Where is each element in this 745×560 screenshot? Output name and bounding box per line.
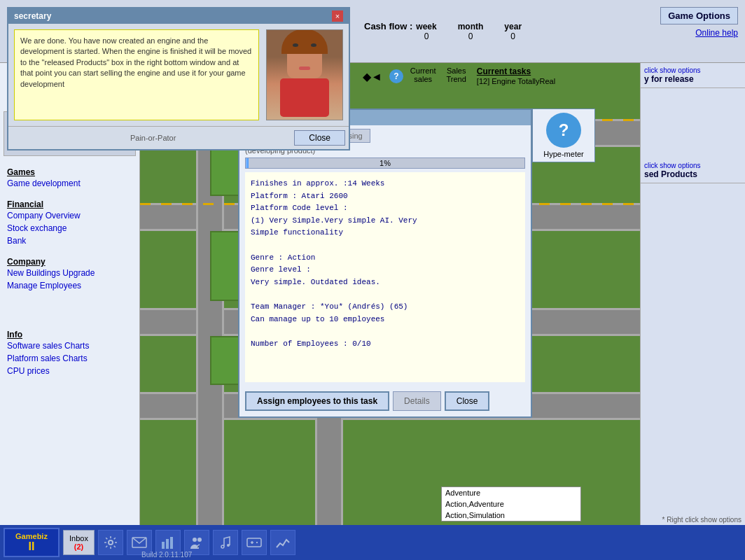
svg-point-7 <box>227 544 230 547</box>
secretary-title: secretary <box>14 11 51 21</box>
right-show-options-2[interactable]: click show options <box>644 162 741 169</box>
week-value: 0 <box>424 31 429 41</box>
speech-bubble: We are done. You have now created an eng… <box>14 29 259 120</box>
assign-employees-button[interactable]: Assign employees to this task <box>245 391 389 411</box>
product-close-button[interactable]: Close <box>445 391 490 411</box>
sales-section: Currentsales SalesTrend Current tasks [1… <box>410 66 555 86</box>
detail-can-manage: Can manage up to 10 employees <box>251 314 520 326</box>
secretary-message: We are done. You have now created an eng… <box>20 36 251 88</box>
financial-header: Financial <box>7 200 132 209</box>
cashflow-values: week 0 month 0 year 0 <box>416 22 522 41</box>
svg-rect-8 <box>247 538 261 547</box>
progress-text: 1% <box>246 158 524 168</box>
sidebar-game-dev[interactable]: Game development <box>7 177 132 190</box>
avatar-mouth <box>299 66 310 70</box>
progress-bar: 1% <box>245 158 525 169</box>
game-icon[interactable] <box>242 530 267 555</box>
inbox-button[interactable]: Inbox (2) <box>63 530 95 555</box>
secretary-close-x-button[interactable]: × <box>332 10 343 22</box>
genre-item-action-simulation[interactable]: Action,Simulation <box>442 510 580 521</box>
avatar-eye-right <box>311 43 316 47</box>
secretary-close-button[interactable]: Close <box>294 130 345 146</box>
avatar-eye-left <box>293 43 298 47</box>
sidebar-cpu-prices[interactable]: CPU prices <box>7 365 132 377</box>
hype-icon: ? <box>546 113 581 148</box>
help-icon[interactable]: ? <box>389 69 403 83</box>
cashflow-label: Cash flow : <box>364 21 412 31</box>
secretary-avatar <box>266 29 343 120</box>
gamebiz-version: II <box>29 540 35 553</box>
right-click-hint: * Right click show options <box>662 516 741 524</box>
detail-genre: Genre : Action <box>251 252 520 265</box>
detail-employees: Number of Employees : 0/10 <box>251 338 520 351</box>
genre-item-adventure[interactable]: Adventure <box>442 487 580 498</box>
right-section-title-1: y for release <box>644 74 741 84</box>
month-value: 0 <box>468 31 473 41</box>
sales-trend-label: SalesTrend <box>447 66 466 86</box>
stats-icon[interactable] <box>270 530 295 555</box>
music-icon[interactable] <box>213 530 238 555</box>
nav-arrows[interactable]: ◆◄ <box>363 70 382 83</box>
hype-icon-symbol: ? <box>559 120 569 140</box>
sidebar-bank[interactable]: Bank <box>7 234 132 247</box>
sidebar-manage-employees[interactable]: Manage Employees <box>7 279 132 292</box>
month-label: month <box>458 22 484 31</box>
secretary-title-bar: secretary × <box>8 8 349 24</box>
detail-platform: Platform : Atari 2600 <box>251 190 520 203</box>
sidebar-stock-exchange[interactable]: Stock exchange <box>7 222 132 234</box>
svg-point-6 <box>197 538 202 542</box>
sidebar-company-overview[interactable]: Company Overview <box>7 209 132 222</box>
info-header: Info <box>7 330 132 340</box>
right-panel: click show options y for release click s… <box>640 63 745 525</box>
detail-genre-level-desc: Very simple. Outdated ideas. <box>251 276 520 289</box>
online-help-link[interactable]: Online help <box>695 28 738 38</box>
current-sales-label: Currentsales <box>410 66 436 86</box>
detail-platform-code-desc: (1) Very Simple.Very simple AI. Very <box>251 215 520 227</box>
pain-text: Pain-or-Pator <box>130 134 176 142</box>
detail-genre-level: Genre level : <box>251 264 520 276</box>
cashflow-section: Cash flow : week 0 month 0 year 0 <box>364 21 522 41</box>
avatar-clothes <box>280 78 329 117</box>
sidebar-software-sales[interactable]: Software sales Charts <box>7 340 132 352</box>
taskbar: Gamebiz II Inbox (2) <box>0 525 745 560</box>
gamebiz-logo: Gamebiz II <box>4 528 60 557</box>
avatar-section <box>266 29 343 120</box>
avatar-face-shape <box>287 36 322 78</box>
year-col: year 0 <box>504 22 522 41</box>
week-label: week <box>416 22 436 31</box>
sidebar-platform-sales[interactable]: Platform sales Charts <box>7 352 132 365</box>
detail-platform-code: Platform Code level : <box>251 202 520 215</box>
info-section: Info Software sales Charts Platform sale… <box>0 322 139 379</box>
right-section-1: click show options y for release <box>641 63 745 88</box>
financial-section: Financial Company Overview Stock exchang… <box>0 192 139 249</box>
detail-team-manager: Team Manager : *You* (Andrés) (65) <box>251 301 520 314</box>
right-section-title-2: sed Products <box>644 169 741 179</box>
games-header: Games <box>7 167 132 177</box>
current-tasks-section: Current tasks [12] Engine TotallyReal <box>477 66 555 86</box>
secretary-close-row: Pain-or-Pator Close <box>8 126 349 149</box>
year-label: year <box>504 22 522 31</box>
product-bottom-btns: Assign employees to this task Details Cl… <box>239 386 531 416</box>
svg-rect-4 <box>170 537 173 549</box>
details-button[interactable]: Details <box>393 391 441 411</box>
month-col: month 0 <box>458 22 484 41</box>
game-options-button[interactable]: Game Options <box>660 7 738 24</box>
detail-finishes: Finishes in approx. :14 Weeks <box>251 178 520 190</box>
pain-label: Pain-or-Pator <box>12 130 294 146</box>
inbox-label: Inbox <box>69 534 88 542</box>
sidebar-new-buildings[interactable]: New Buildings Upgrade <box>7 267 132 279</box>
genre-dropdown: Adventure Action,Adventure Action,Simula… <box>441 486 581 522</box>
svg-point-5 <box>193 538 197 542</box>
right-show-options-1[interactable]: click show options <box>644 66 741 74</box>
right-section-2: click show options sed Products <box>641 158 745 183</box>
svg-rect-3 <box>166 539 169 549</box>
genre-item-action-adventure[interactable]: Action,Adventure <box>442 498 580 510</box>
hype-label: Hype-meter <box>536 150 591 158</box>
avatar-body <box>277 33 333 117</box>
year-value: 0 <box>510 31 515 41</box>
task-item-1: [12] Engine TotallyReal <box>477 77 555 85</box>
gamebiz-name: Gamebiz <box>15 532 48 540</box>
avatar-hair-top <box>281 29 328 54</box>
settings-icon[interactable] <box>98 530 123 555</box>
company-section: Company New Buildings Upgrade Manage Emp… <box>0 249 139 294</box>
